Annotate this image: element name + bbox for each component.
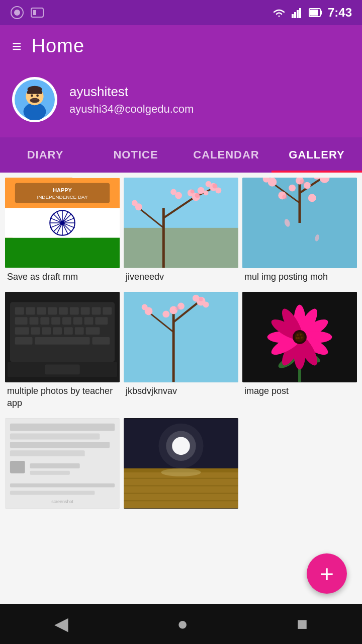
gallery-item[interactable]: HAPPY INDEPENDENCE DAY Save as draft mm [5,178,120,288]
gallery-caption-1: Save as draft mm [5,268,120,288]
svg-rect-89 [95,317,108,325]
tab-notice[interactable]: NOTICE [90,137,181,173]
hamburger-button[interactable]: ≡ [12,38,22,54]
profile-section: ayushitest ayushi34@coolgedu.com [0,67,362,137]
svg-rect-3 [33,10,36,15]
svg-text:HAPPY: HAPPY [53,187,72,193]
svg-rect-156 [124,472,238,508]
back-button[interactable]: ◀ [54,613,68,634]
svg-rect-144 [10,461,25,473]
gallery-image-2 [124,178,238,268]
gallery-caption-4: multiple photos by teacher app [5,382,120,414]
svg-rect-140 [10,424,115,431]
svg-point-67 [300,180,305,185]
svg-point-53 [212,184,217,189]
profile-email: ayushi34@coolgedu.com [69,103,194,116]
gallery-item[interactable]: jkbsdvjknvav [124,292,238,414]
profile-info: ayushitest ayushi34@coolgedu.com [69,84,194,116]
svg-rect-147 [10,484,115,488]
svg-rect-5 [294,12,296,18]
svg-point-42 [198,187,205,194]
tabs-container: DIARY NOTICE CALENDAR GALLERY [0,137,362,173]
gallery-caption-7 [5,509,120,517]
svg-rect-93 [53,328,62,335]
tab-calendar[interactable]: CALENDAR [181,137,272,173]
svg-rect-76 [48,307,57,315]
gallery-item[interactable] [124,418,238,517]
profile-name: ayushitest [69,84,194,100]
avatar [12,77,57,122]
svg-rect-84 [40,317,49,325]
svg-text:screenshot: screenshot [51,499,73,504]
tab-gallery[interactable]: GALLERY [272,137,362,173]
svg-rect-95 [75,328,84,335]
svg-point-107 [193,295,200,302]
battery-icon [309,7,323,18]
svg-point-136 [298,337,300,339]
svg-rect-141 [10,434,100,440]
svg-rect-98 [35,337,89,345]
svg-point-49 [215,188,221,194]
svg-rect-79 [81,307,90,315]
svg-point-135 [300,334,302,336]
svg-point-112 [162,311,169,318]
svg-rect-83 [30,317,39,325]
svg-point-51 [195,193,200,198]
svg-rect-92 [42,328,51,335]
svg-rect-81 [103,307,112,315]
svg-rect-77 [59,307,68,315]
gallery-item[interactable]: image post [242,292,357,414]
gallery-caption-6: image post [242,382,357,402]
svg-rect-97 [15,337,33,345]
svg-point-161 [161,468,201,476]
gallery-item[interactable]: screenshot [5,418,120,517]
svg-rect-78 [70,307,79,315]
svg-point-109 [142,304,148,310]
svg-rect-2 [31,8,43,17]
svg-rect-9 [320,11,322,15]
svg-rect-94 [64,328,73,335]
svg-point-16 [36,95,39,97]
svg-point-1 [14,10,20,16]
svg-rect-96 [86,328,100,335]
gallery-image-6 [242,292,357,382]
bottom-navigation: ◀ ● ■ [0,604,362,644]
recent-apps-button[interactable]: ■ [297,613,308,634]
tab-diary[interactable]: DIARY [0,137,90,173]
gallery-caption-2: jiveneedv [124,268,238,288]
svg-rect-6 [297,10,299,18]
signal-icon [292,7,304,18]
svg-rect-87 [73,317,82,325]
svg-point-52 [191,190,195,194]
gallery-grid: HAPPY INDEPENDENCE DAY Save as draft mm [0,173,362,522]
svg-rect-91 [31,328,40,335]
gallery-caption-3: mul img posting moh [242,268,357,288]
status-icons-right: 7:43 [272,6,352,20]
svg-point-68 [282,194,287,199]
svg-rect-82 [15,317,28,325]
wifi-status-icon [10,6,24,20]
svg-rect-101 [45,365,79,375]
svg-point-154 [158,424,203,468]
svg-point-46 [132,200,138,206]
gallery-caption-8 [124,509,238,517]
svg-rect-80 [92,307,101,315]
status-time: 7:43 [328,6,352,20]
svg-rect-148 [10,491,95,495]
svg-rect-74 [26,307,35,315]
svg-point-114 [175,306,179,310]
svg-rect-20 [5,238,120,268]
sim-icon [30,7,44,18]
svg-point-113 [203,302,209,308]
header-title: Home [32,35,84,57]
gallery-item[interactable]: multiple photos by teacher app [5,292,120,414]
gallery-caption-5: jkbsdvjknvav [124,382,238,402]
gallery-item[interactable]: mul img posting moh [242,178,357,288]
svg-rect-85 [51,317,60,325]
svg-point-64 [289,185,296,192]
home-button[interactable]: ● [177,613,188,634]
gallery-item[interactable]: jiveneedv [124,178,238,288]
gallery-image-4 [5,292,120,382]
svg-rect-73 [15,307,24,315]
fab-add-button[interactable]: + [307,553,347,594]
